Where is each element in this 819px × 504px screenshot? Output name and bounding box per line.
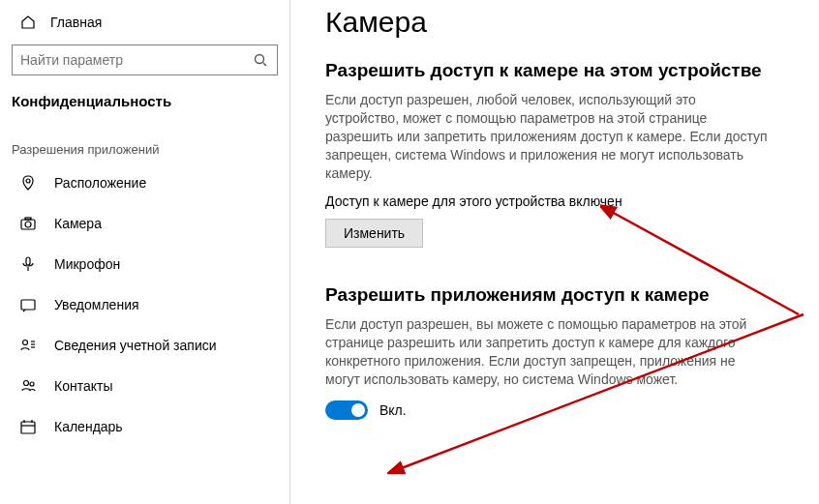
sidebar-item-calendar[interactable]: Календарь	[0, 406, 289, 447]
sidebar-item-label: Календарь	[54, 419, 123, 434]
search-input-wrapper[interactable]	[12, 44, 278, 75]
svg-rect-6	[26, 257, 30, 265]
toggle-label: Вкл.	[379, 402, 407, 418]
sidebar-item-microphone[interactable]: Микрофон	[0, 244, 289, 284]
change-button[interactable]: Изменить	[325, 219, 423, 248]
search-icon	[252, 51, 269, 69]
section1-title: Разрешить доступ к камере на этом устрой…	[325, 60, 800, 81]
sidebar-item-label: Уведомления	[54, 297, 139, 312]
category-title: Конфиденциальность	[0, 85, 289, 125]
svg-rect-8	[21, 300, 35, 310]
microphone-icon	[19, 255, 37, 273]
sidebar-item-notifications[interactable]: Уведомления	[0, 284, 289, 325]
section-label: Разрешения приложений	[0, 125, 289, 163]
home-link[interactable]: Главная	[0, 10, 289, 39]
apps-camera-toggle[interactable]	[325, 400, 368, 420]
section2-desc: Если доступ разрешен, вы можете с помощь…	[325, 315, 771, 389]
svg-point-2	[26, 179, 30, 183]
sidebar-item-label: Сведения учетной записи	[54, 338, 217, 353]
sidebar-item-label: Микрофон	[54, 256, 120, 272]
sidebar-item-contacts[interactable]: Контакты	[0, 366, 289, 406]
contacts-icon	[19, 377, 37, 395]
section1-desc: Если доступ разрешен, любой человек, исп…	[325, 91, 771, 182]
svg-point-0	[256, 55, 264, 64]
notifications-icon	[19, 296, 37, 313]
camera-access-status: Доступ к камере для этого устройства вкл…	[325, 193, 800, 209]
page-title: Камера	[325, 6, 800, 39]
account-info-icon	[19, 337, 37, 354]
svg-line-1	[263, 63, 266, 66]
sidebar-item-account-info[interactable]: Сведения учетной записи	[0, 325, 289, 366]
sidebar-item-label: Контакты	[54, 378, 112, 394]
svg-point-14	[30, 382, 34, 386]
svg-rect-15	[21, 422, 35, 433]
svg-point-4	[25, 222, 31, 227]
home-icon	[19, 14, 37, 31]
calendar-icon	[19, 418, 37, 435]
svg-rect-5	[25, 218, 31, 220]
settings-sidebar: Главная Конфиденциальность Разрешения пр…	[0, 0, 290, 504]
sidebar-item-label: Расположение	[54, 175, 146, 191]
sidebar-item-location[interactable]: Расположение	[0, 163, 289, 203]
camera-icon	[19, 215, 37, 232]
content-pane: Камера Разрешить доступ к камере на этом…	[290, 0, 819, 504]
search-input[interactable]	[20, 52, 252, 68]
section2-title: Разрешить приложениям доступ к камере	[325, 284, 800, 306]
location-icon	[19, 174, 37, 192]
home-label: Главная	[50, 15, 102, 30]
svg-point-9	[23, 341, 28, 345]
svg-point-13	[24, 381, 29, 386]
sidebar-item-label: Камера	[54, 216, 102, 231]
sidebar-item-camera[interactable]: Камера	[0, 203, 289, 244]
